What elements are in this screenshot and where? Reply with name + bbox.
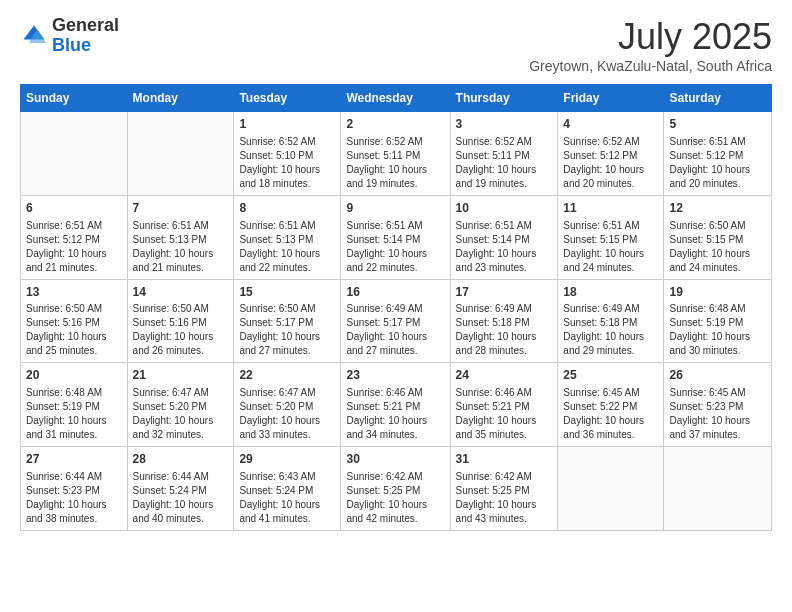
day-number: 7	[133, 200, 229, 217]
logo-icon	[20, 22, 48, 50]
day-number: 3	[456, 116, 553, 133]
day-info: Sunrise: 6:51 AM Sunset: 5:12 PM Dayligh…	[669, 135, 766, 191]
calendar-cell: 17Sunrise: 6:49 AM Sunset: 5:18 PM Dayli…	[450, 279, 558, 363]
calendar-cell: 19Sunrise: 6:48 AM Sunset: 5:19 PM Dayli…	[664, 279, 772, 363]
col-header-sunday: Sunday	[21, 85, 128, 112]
day-number: 24	[456, 367, 553, 384]
day-number: 4	[563, 116, 658, 133]
day-number: 29	[239, 451, 335, 468]
day-info: Sunrise: 6:49 AM Sunset: 5:18 PM Dayligh…	[456, 302, 553, 358]
day-info: Sunrise: 6:46 AM Sunset: 5:21 PM Dayligh…	[346, 386, 444, 442]
day-number: 2	[346, 116, 444, 133]
day-number: 25	[563, 367, 658, 384]
calendar-row: 27Sunrise: 6:44 AM Sunset: 5:23 PM Dayli…	[21, 447, 772, 531]
calendar-cell: 18Sunrise: 6:49 AM Sunset: 5:18 PM Dayli…	[558, 279, 664, 363]
calendar-cell: 1Sunrise: 6:52 AM Sunset: 5:10 PM Daylig…	[234, 112, 341, 196]
col-header-wednesday: Wednesday	[341, 85, 450, 112]
day-info: Sunrise: 6:50 AM Sunset: 5:16 PM Dayligh…	[133, 302, 229, 358]
calendar-cell: 10Sunrise: 6:51 AM Sunset: 5:14 PM Dayli…	[450, 195, 558, 279]
day-info: Sunrise: 6:51 AM Sunset: 5:14 PM Dayligh…	[346, 219, 444, 275]
location: Greytown, KwaZulu-Natal, South Africa	[529, 58, 772, 74]
calendar-cell: 27Sunrise: 6:44 AM Sunset: 5:23 PM Dayli…	[21, 447, 128, 531]
logo-blue: Blue	[52, 36, 119, 56]
calendar-cell: 20Sunrise: 6:48 AM Sunset: 5:19 PM Dayli…	[21, 363, 128, 447]
calendar-row: 1Sunrise: 6:52 AM Sunset: 5:10 PM Daylig…	[21, 112, 772, 196]
day-info: Sunrise: 6:42 AM Sunset: 5:25 PM Dayligh…	[346, 470, 444, 526]
day-number: 26	[669, 367, 766, 384]
calendar-cell: 4Sunrise: 6:52 AM Sunset: 5:12 PM Daylig…	[558, 112, 664, 196]
col-header-thursday: Thursday	[450, 85, 558, 112]
calendar-cell: 25Sunrise: 6:45 AM Sunset: 5:22 PM Dayli…	[558, 363, 664, 447]
logo-general: General	[52, 16, 119, 36]
calendar-cell: 15Sunrise: 6:50 AM Sunset: 5:17 PM Dayli…	[234, 279, 341, 363]
page-header: General Blue July 2025 Greytown, KwaZulu…	[20, 16, 772, 74]
day-number: 12	[669, 200, 766, 217]
day-info: Sunrise: 6:51 AM Sunset: 5:13 PM Dayligh…	[133, 219, 229, 275]
day-info: Sunrise: 6:42 AM Sunset: 5:25 PM Dayligh…	[456, 470, 553, 526]
calendar-cell: 30Sunrise: 6:42 AM Sunset: 5:25 PM Dayli…	[341, 447, 450, 531]
day-number: 18	[563, 284, 658, 301]
day-info: Sunrise: 6:48 AM Sunset: 5:19 PM Dayligh…	[26, 386, 122, 442]
day-info: Sunrise: 6:44 AM Sunset: 5:24 PM Dayligh…	[133, 470, 229, 526]
calendar-cell: 24Sunrise: 6:46 AM Sunset: 5:21 PM Dayli…	[450, 363, 558, 447]
day-info: Sunrise: 6:52 AM Sunset: 5:11 PM Dayligh…	[346, 135, 444, 191]
day-number: 30	[346, 451, 444, 468]
calendar-cell: 8Sunrise: 6:51 AM Sunset: 5:13 PM Daylig…	[234, 195, 341, 279]
day-number: 27	[26, 451, 122, 468]
calendar-cell	[21, 112, 128, 196]
day-number: 15	[239, 284, 335, 301]
calendar-header: SundayMondayTuesdayWednesdayThursdayFrid…	[21, 85, 772, 112]
calendar-cell	[558, 447, 664, 531]
day-info: Sunrise: 6:51 AM Sunset: 5:12 PM Dayligh…	[26, 219, 122, 275]
col-header-tuesday: Tuesday	[234, 85, 341, 112]
day-info: Sunrise: 6:50 AM Sunset: 5:16 PM Dayligh…	[26, 302, 122, 358]
logo-text: General Blue	[52, 16, 119, 56]
calendar-cell: 6Sunrise: 6:51 AM Sunset: 5:12 PM Daylig…	[21, 195, 128, 279]
day-number: 1	[239, 116, 335, 133]
day-info: Sunrise: 6:49 AM Sunset: 5:18 PM Dayligh…	[563, 302, 658, 358]
day-info: Sunrise: 6:50 AM Sunset: 5:17 PM Dayligh…	[239, 302, 335, 358]
day-number: 31	[456, 451, 553, 468]
calendar-cell: 14Sunrise: 6:50 AM Sunset: 5:16 PM Dayli…	[127, 279, 234, 363]
day-info: Sunrise: 6:51 AM Sunset: 5:13 PM Dayligh…	[239, 219, 335, 275]
calendar-body: 1Sunrise: 6:52 AM Sunset: 5:10 PM Daylig…	[21, 112, 772, 531]
calendar-row: 20Sunrise: 6:48 AM Sunset: 5:19 PM Dayli…	[21, 363, 772, 447]
day-number: 9	[346, 200, 444, 217]
logo: General Blue	[20, 16, 119, 56]
day-info: Sunrise: 6:52 AM Sunset: 5:12 PM Dayligh…	[563, 135, 658, 191]
calendar-cell: 3Sunrise: 6:52 AM Sunset: 5:11 PM Daylig…	[450, 112, 558, 196]
day-info: Sunrise: 6:46 AM Sunset: 5:21 PM Dayligh…	[456, 386, 553, 442]
day-info: Sunrise: 6:43 AM Sunset: 5:24 PM Dayligh…	[239, 470, 335, 526]
month-title: July 2025	[529, 16, 772, 58]
calendar-cell: 28Sunrise: 6:44 AM Sunset: 5:24 PM Dayli…	[127, 447, 234, 531]
day-info: Sunrise: 6:50 AM Sunset: 5:15 PM Dayligh…	[669, 219, 766, 275]
col-header-monday: Monday	[127, 85, 234, 112]
day-info: Sunrise: 6:52 AM Sunset: 5:10 PM Dayligh…	[239, 135, 335, 191]
calendar-cell: 11Sunrise: 6:51 AM Sunset: 5:15 PM Dayli…	[558, 195, 664, 279]
calendar-row: 13Sunrise: 6:50 AM Sunset: 5:16 PM Dayli…	[21, 279, 772, 363]
calendar-cell: 21Sunrise: 6:47 AM Sunset: 5:20 PM Dayli…	[127, 363, 234, 447]
day-number: 23	[346, 367, 444, 384]
day-number: 16	[346, 284, 444, 301]
calendar-cell: 12Sunrise: 6:50 AM Sunset: 5:15 PM Dayli…	[664, 195, 772, 279]
calendar-cell: 31Sunrise: 6:42 AM Sunset: 5:25 PM Dayli…	[450, 447, 558, 531]
calendar-cell: 2Sunrise: 6:52 AM Sunset: 5:11 PM Daylig…	[341, 112, 450, 196]
day-number: 13	[26, 284, 122, 301]
col-header-friday: Friday	[558, 85, 664, 112]
calendar-row: 6Sunrise: 6:51 AM Sunset: 5:12 PM Daylig…	[21, 195, 772, 279]
calendar-cell: 23Sunrise: 6:46 AM Sunset: 5:21 PM Dayli…	[341, 363, 450, 447]
day-number: 11	[563, 200, 658, 217]
calendar-cell: 13Sunrise: 6:50 AM Sunset: 5:16 PM Dayli…	[21, 279, 128, 363]
day-info: Sunrise: 6:47 AM Sunset: 5:20 PM Dayligh…	[133, 386, 229, 442]
day-number: 14	[133, 284, 229, 301]
calendar-cell: 5Sunrise: 6:51 AM Sunset: 5:12 PM Daylig…	[664, 112, 772, 196]
day-info: Sunrise: 6:47 AM Sunset: 5:20 PM Dayligh…	[239, 386, 335, 442]
calendar-table: SundayMondayTuesdayWednesdayThursdayFrid…	[20, 84, 772, 531]
day-info: Sunrise: 6:51 AM Sunset: 5:15 PM Dayligh…	[563, 219, 658, 275]
calendar-cell: 26Sunrise: 6:45 AM Sunset: 5:23 PM Dayli…	[664, 363, 772, 447]
calendar-cell: 9Sunrise: 6:51 AM Sunset: 5:14 PM Daylig…	[341, 195, 450, 279]
day-number: 10	[456, 200, 553, 217]
calendar-cell: 22Sunrise: 6:47 AM Sunset: 5:20 PM Dayli…	[234, 363, 341, 447]
calendar-cell: 16Sunrise: 6:49 AM Sunset: 5:17 PM Dayli…	[341, 279, 450, 363]
day-number: 20	[26, 367, 122, 384]
